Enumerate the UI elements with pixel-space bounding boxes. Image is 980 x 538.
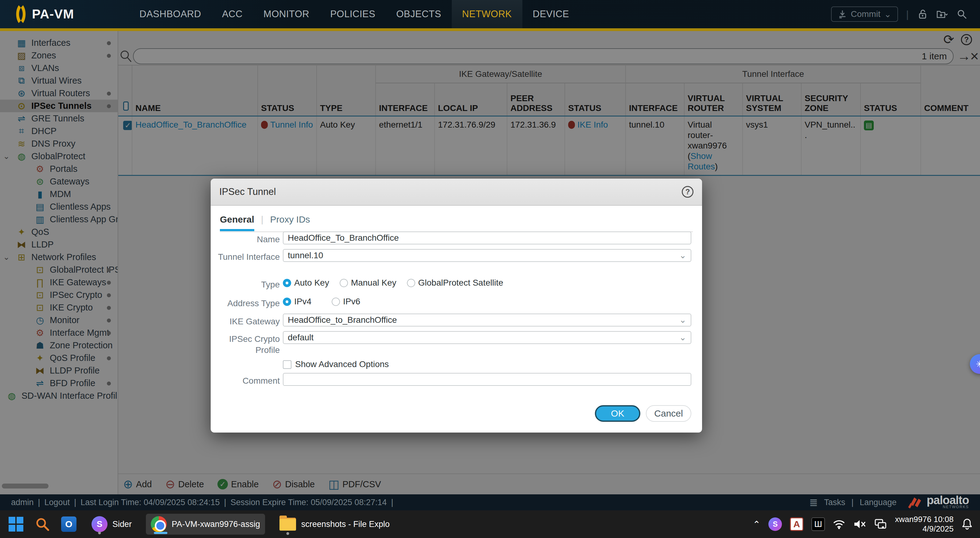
commit-icon [838, 10, 847, 19]
session-expire-time: Session Expire Time: 05/09/2025 08:27:14 [231, 498, 387, 507]
ike-gateway-label: IKE Gateway [217, 316, 280, 327]
tray-expand-icon[interactable]: ⌃ [753, 519, 760, 530]
logout-link[interactable]: Logout [45, 498, 70, 507]
type-radio-group: Auto Key Manual Key GlobalProtect Satell… [283, 278, 503, 288]
sider-tray-icon[interactable]: S [768, 517, 782, 531]
commit-button[interactable]: Commit ⌄ [831, 6, 898, 22]
ok-button[interactable]: OK [595, 405, 640, 422]
tab-proxy-ids[interactable]: Proxy IDs [270, 214, 310, 231]
chrome-icon [151, 516, 167, 532]
folder-icon [279, 516, 296, 533]
chrome-task[interactable]: PA-VM-xwan9976-assig [146, 514, 265, 535]
dialog-title: IPSec Tunnel [219, 186, 682, 197]
comment-field[interactable] [283, 373, 691, 386]
manual-key-radio[interactable]: Manual Key [340, 278, 396, 288]
ipv6-radio[interactable]: IPv6 [332, 297, 360, 307]
logged-in-user: admin [11, 498, 34, 507]
tab-divider: | [261, 214, 264, 231]
cast-icon[interactable] [874, 518, 887, 530]
volume-muted-icon[interactable] [853, 519, 866, 529]
language-button[interactable]: Language [860, 498, 896, 507]
tunnel-interface-select[interactable]: tunnel.10 [283, 249, 691, 262]
radio-selected-icon [283, 279, 291, 287]
save-config-icon[interactable] [936, 8, 948, 20]
dialog-help-icon[interactable]: ? [682, 186, 694, 198]
windows-icon [9, 517, 23, 532]
active-indicator [154, 532, 167, 534]
search-icon[interactable] [956, 8, 968, 20]
tunnel-interface-label: Tunnel Interface [217, 251, 280, 263]
tab-network[interactable]: NETWORK [452, 0, 522, 28]
name-field[interactable]: HeadOffice_To_BranchOffice [283, 231, 691, 244]
address-type-label: Address Type [217, 298, 280, 309]
brand: PA-VM [0, 5, 129, 24]
sider-icon: S [92, 516, 108, 532]
notifications-bell-icon[interactable] [962, 518, 973, 530]
pa-vm-logo-icon [14, 5, 28, 24]
paloalto-logo: paloalto NETWORKS [907, 496, 969, 509]
radio-icon [340, 279, 348, 287]
outlook-button[interactable]: O [60, 516, 77, 533]
ipv4-radio[interactable]: IPv4 [283, 297, 312, 307]
nav-tabs: DASHBOARD ACC MONITOR POLICIES OBJECTS N… [129, 0, 579, 28]
file-explorer-task[interactable]: screenshots - File Explo [274, 513, 395, 535]
tab-monitor[interactable]: MONITOR [253, 0, 320, 28]
paloalto-logo-icon [907, 496, 923, 509]
pa-vm-screen: PA-VM DASHBOARD ACC MONITOR POLICIES OBJ… [0, 0, 980, 538]
wifi-icon[interactable] [833, 519, 845, 529]
show-advanced-options[interactable]: Show Advanced Options [283, 359, 389, 369]
running-indicator [98, 532, 101, 534]
tasks-icon: ≣ [809, 496, 818, 508]
taskbar-search-button[interactable] [34, 516, 51, 533]
top-nav: PA-VM DASHBOARD ACC MONITOR POLICIES OBJ… [0, 0, 980, 31]
cancel-button[interactable]: Cancel [646, 405, 691, 422]
start-button[interactable] [7, 516, 25, 533]
ipsec-tunnel-dialog: IPSec Tunnel ? General | Proxy IDs Name … [211, 179, 702, 433]
windows-taskbar: O S Sider PA-VM-xwan9976-assig screensho… [0, 510, 980, 538]
address-type-radio-group: IPv4 IPv6 [283, 297, 360, 307]
chevron-down-icon: ⌄ [884, 9, 891, 19]
type-label: Type [217, 279, 280, 290]
outlook-icon: O [61, 516, 76, 532]
tab-general[interactable]: General [220, 214, 254, 231]
tab-objects[interactable]: OBJECTS [386, 0, 452, 28]
sider-task[interactable]: S Sider [87, 514, 137, 535]
ipsec-crypto-profile-label: IPSec Crypto Profile [217, 334, 280, 356]
name-label: Name [217, 234, 280, 245]
last-login-time: Last Login Time: 04/09/2025 08:24:15 [81, 498, 220, 507]
radio-icon [332, 298, 340, 306]
ipsec-crypto-profile-select[interactable]: default [283, 331, 691, 344]
taskbar-clock[interactable]: xwan9976 10:08 4/9/2025 [895, 515, 954, 534]
ime-a-icon[interactable]: A [790, 517, 803, 531]
auto-key-radio[interactable]: Auto Key [283, 278, 329, 288]
gp-satellite-radio[interactable]: GlobalProtect Satellite [407, 278, 503, 288]
comment-label: Comment [217, 375, 280, 386]
radio-selected-icon [283, 298, 291, 306]
ime-lang-icon[interactable]: Ш [811, 517, 825, 531]
tab-dashboard[interactable]: DASHBOARD [129, 0, 212, 28]
nav-divider: | [906, 8, 909, 20]
tab-policies[interactable]: POLICIES [320, 0, 386, 28]
tasks-button[interactable]: Tasks [824, 498, 845, 507]
brand-name: PA-VM [32, 7, 74, 22]
status-bar: admin | Logout | Last Login Time: 04/09/… [0, 494, 980, 510]
search-icon [35, 517, 49, 531]
tab-device[interactable]: DEVICE [522, 0, 579, 28]
radio-icon [407, 279, 415, 287]
unlock-icon[interactable] [917, 8, 928, 20]
tab-acc[interactable]: ACC [212, 0, 253, 28]
dialog-header[interactable]: IPSec Tunnel ? [211, 179, 702, 206]
ike-gateway-select[interactable]: HeadOffice_to_BranchOffice [283, 314, 691, 326]
running-indicator [286, 532, 289, 535]
nav-actions: Commit ⌄ | [831, 0, 968, 28]
checkbox-icon [283, 360, 291, 369]
